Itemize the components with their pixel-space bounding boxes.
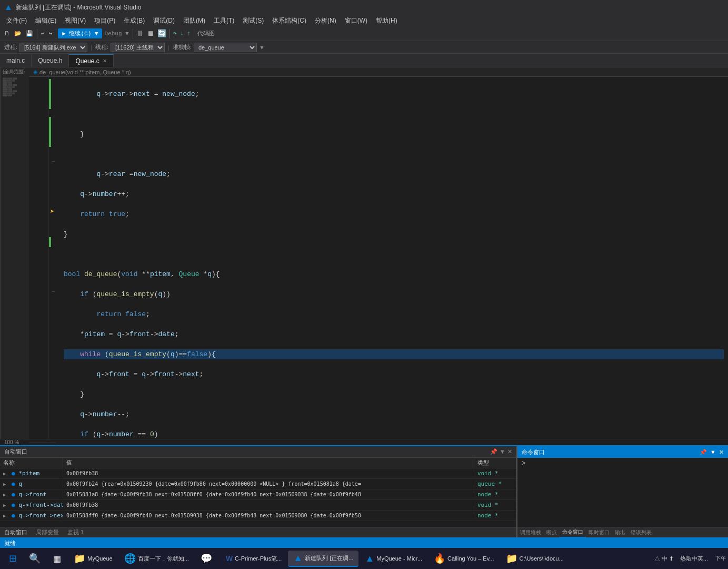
toolbar-stop[interactable]: ⏹ <box>145 30 156 38</box>
ctab-callstack[interactable]: 调用堆栈 <box>517 528 544 537</box>
expand-arrow-qfrontdate[interactable]: ▶ <box>3 503 6 508</box>
toolbar-stepin[interactable]: ↓ <box>178 30 185 37</box>
taskbar-vs-active[interactable]: ▲ 新建队列 [正在调... <box>288 551 358 567</box>
row-qfrontnext-icon: ● <box>12 512 15 519</box>
code-line <box>64 149 724 159</box>
menu-test[interactable]: 测试(S) <box>238 15 268 26</box>
menu-edit[interactable]: 编辑(E) <box>31 15 61 26</box>
auto-window-close-icon[interactable]: ✕ <box>507 448 512 455</box>
gutter-green-2 <box>49 89 51 99</box>
toolbar-code-view[interactable]: 代码图 <box>196 30 216 37</box>
table-row-qfront[interactable]: ▶ ● q->front 0x015081a8 {date=0x00f9fb38… <box>0 489 516 500</box>
row-q-icon: ● <box>12 480 15 487</box>
cmd-close-icon[interactable]: ✕ <box>719 449 724 456</box>
ptab-local[interactable]: 局部变量 <box>32 527 63 537</box>
taskbar-search[interactable]: 🔍 <box>24 551 45 566</box>
scroll-indicator[interactable]: ──────── <box>29 440 56 445</box>
line-numbers: ​ ​ ​ ​ ​ ​ ​ ​ ​ ​ ​ ​ ​ ​ ​ ​ ​ ​ ​ ​ <box>29 77 49 439</box>
menu-tools[interactable]: 工具(T) <box>210 15 238 26</box>
ctab-command[interactable]: 命令窗口 <box>560 527 586 537</box>
zoom-level[interactable]: 100 % <box>4 439 19 445</box>
taskbar-myqueue[interactable]: 📁 MyQueue <box>68 551 118 566</box>
taskbar-browser[interactable]: 🌐 百度一下，你就知... <box>119 551 194 566</box>
menu-team[interactable]: 团队(M) <box>179 15 210 26</box>
menu-file[interactable]: 文件(F) <box>2 15 31 26</box>
expand-arrow[interactable]: ▶ <box>3 471 6 476</box>
code-line: bool de_queue(void **pitem, Queue *q){ <box>64 269 724 279</box>
auto-window-pin-icon[interactable]: 📌 <box>490 448 497 455</box>
cmd-controls: 📌 ▼ ✕ <box>700 449 724 456</box>
taskbar-explorer[interactable]: 📁 C:\Users\i\docu... <box>501 551 569 566</box>
toolbar-sep1 <box>37 29 37 38</box>
expand-arrow-q[interactable]: ▶ <box>3 482 6 487</box>
collapse-icon-1[interactable]: − <box>52 157 55 167</box>
table-row-qfrontnext[interactable]: ▶ ● q->front->next 0x01508ff0 {date=0x00… <box>0 511 516 521</box>
menu-analyze[interactable]: 分析(N) <box>311 15 341 26</box>
stack-select[interactable]: de_queue <box>194 43 257 52</box>
ptab-watch[interactable]: 监视 1 <box>63 527 88 537</box>
code-lines[interactable]: q->rear->next = new_node; } q->rear =new… <box>59 77 728 439</box>
toolbar-redo[interactable]: ↪ <box>47 29 55 38</box>
taskbar-word[interactable]: W C-Primer-Plus笔... <box>221 552 287 565</box>
thread-label: 线程: <box>95 43 108 51</box>
taskbar-vs2[interactable]: ▲ MyQueue - Micr... <box>360 551 427 566</box>
menu-build[interactable]: 生成(B) <box>119 15 149 26</box>
menu-view[interactable]: 视图(V) <box>61 15 90 26</box>
table-row-qfrontdate[interactable]: ▶ ● q->front->date 0x00f9fb38 void * <box>0 500 516 511</box>
col-type: 类型 <box>474 458 516 468</box>
cmd-pin-icon[interactable]: 📌 <box>700 449 707 456</box>
collapse-icon-2[interactable]: − <box>52 287 55 297</box>
row-pitem-name: ▶ ● *pitem <box>0 469 63 477</box>
menu-help[interactable]: 帮助(H) <box>372 15 402 26</box>
toolbar-stepover[interactable]: ↷ <box>172 30 178 37</box>
menu-window[interactable]: 窗口(W) <box>341 15 372 26</box>
browser-icon: 🌐 <box>124 553 136 564</box>
taskbar-taskview[interactable]: ▦ <box>46 552 67 566</box>
toolbar-stepout[interactable]: ↑ <box>185 30 192 37</box>
cmd-header: 命令窗口 📌 ▼ ✕ <box>517 446 728 458</box>
menu-arch[interactable]: 体系结构(C) <box>268 15 311 26</box>
process-select[interactable]: [5164] 新建队列.exe <box>19 43 87 52</box>
ctab-errorlist[interactable]: 错误列表 <box>628 528 654 537</box>
code-breadcrumb-bar: ◈ de_queue(void ** pitem, Queue * q) <box>29 67 728 77</box>
tab-close-icon[interactable]: ✕ <box>103 58 107 64</box>
menu-project[interactable]: 项目(P) <box>90 15 119 26</box>
ctab-breakpoints[interactable]: 断点 <box>544 528 560 537</box>
ctab-immediate[interactable]: 即时窗口 <box>586 528 612 537</box>
tab-queue-h[interactable]: Queue.h <box>32 54 69 67</box>
ptab-auto[interactable]: 自动窗口 <box>0 527 32 538</box>
toolbar-save[interactable]: 💾 <box>24 29 35 38</box>
toolbar-new[interactable]: 🗋 <box>2 29 12 38</box>
table-row-q[interactable]: ▶ ● q 0x00f9fb24 {rear=0x01509230 {date=… <box>0 479 516 489</box>
continue-button[interactable]: ▶ 继续(C) ▼ <box>58 28 102 38</box>
toolbar-pause[interactable]: ⏸ <box>135 30 145 38</box>
thread-select[interactable]: [11620] 主线程 <box>111 43 165 52</box>
taskbar-music[interactable]: 🔥 Calling You – Ev... <box>428 551 499 566</box>
vs-logo-icon: ▲ <box>4 3 13 12</box>
code-editor[interactable]: ◈ de_queue(void ** pitem, Queue * q) ​ ​… <box>29 67 728 439</box>
vs2-label: MyQueue - Micr... <box>376 555 422 562</box>
ime-label: 热敲中英... <box>680 555 708 563</box>
code-content[interactable]: ​ ​ ​ ​ ​ ​ ​ ​ ​ ​ ​ ​ ​ ​ ​ ​ ​ ​ ​ ​ <box>29 77 728 439</box>
taskbar-chat[interactable]: 💬 <box>195 551 220 566</box>
expand-arrow-qfront[interactable]: ▶ <box>3 492 6 497</box>
toolbar-undo[interactable]: ↩ <box>39 29 47 38</box>
taskbar-ime[interactable]: 热敲中英... <box>677 554 711 564</box>
taskbar-start[interactable]: ⊞ <box>2 551 23 566</box>
table-row-pitem[interactable]: ▶ ● *pitem 0x00f9fb38 void * <box>0 468 516 479</box>
auto-window-dropdown-icon[interactable]: ▼ <box>500 448 505 455</box>
cmd-dropdown-icon[interactable]: ▼ <box>710 449 716 456</box>
expand-arrow-qfrontnext[interactable]: ▶ <box>3 513 6 518</box>
toolbar-restart[interactable]: 🔄 <box>156 29 168 38</box>
row-qfrontdate-value: 0x00f9fb38 <box>63 502 474 508</box>
cmd-content[interactable]: > <box>517 458 728 527</box>
row-qfrontdate-icon: ● <box>12 502 15 508</box>
debug-arrow-icon: ➤ <box>50 207 54 217</box>
process-label: 进程: <box>4 43 17 51</box>
row-qfront-icon: ● <box>12 491 15 498</box>
tab-main-c[interactable]: main.c <box>0 54 32 67</box>
menu-debug[interactable]: 调试(D) <box>149 15 179 26</box>
toolbar-open[interactable]: 📂 <box>12 29 24 38</box>
ctab-output[interactable]: 输出 <box>612 528 628 537</box>
tab-queue-c[interactable]: Queue.c ✕ <box>69 54 113 67</box>
